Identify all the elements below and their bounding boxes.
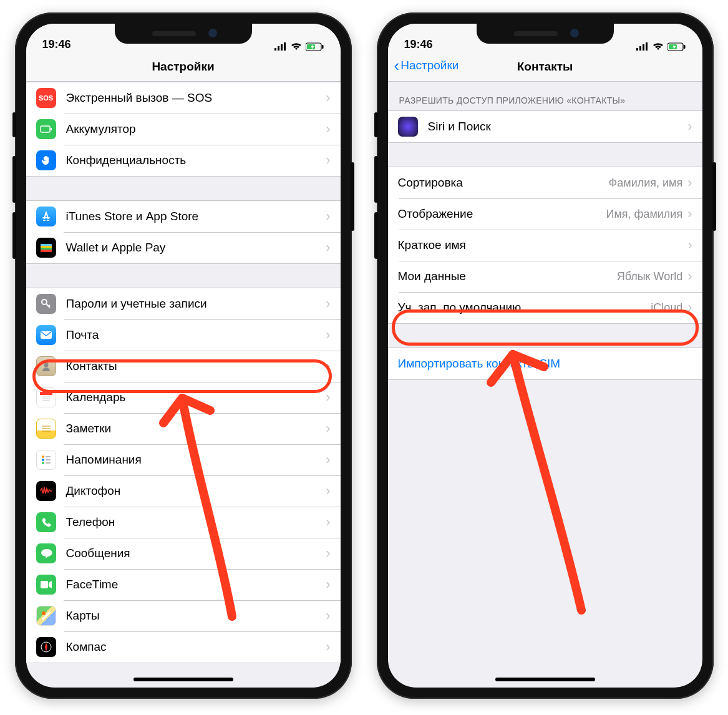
svg-rect-34 xyxy=(639,46,641,51)
chevron-left-icon: ‹ xyxy=(394,59,400,72)
home-indicator[interactable] xyxy=(133,678,233,681)
settings-group: Сортировка Фамилия, имя › Отображение Им… xyxy=(388,167,702,324)
cellular-signal-icon xyxy=(274,42,287,51)
back-button[interactable]: ‹ Настройки xyxy=(394,59,459,72)
row-label: Заметки xyxy=(66,422,326,435)
svg-rect-2 xyxy=(281,44,283,51)
sos-icon: SOS xyxy=(36,88,56,108)
svg-rect-30 xyxy=(41,581,48,588)
settings-row-messages[interactable]: Сообщения › xyxy=(26,538,341,569)
chevron-right-icon: › xyxy=(326,578,330,591)
row-label: Уч. зап. по умолчанию xyxy=(398,301,651,314)
row-label: Отображение xyxy=(398,207,606,221)
chevron-right-icon: › xyxy=(326,453,330,467)
settings-row-contacts[interactable]: Контакты › xyxy=(26,351,341,382)
settings-row-sos[interactable]: SOS Экстренный вызов — SOS › xyxy=(26,82,341,114)
settings-row-passwords[interactable]: Пароли и учетные записи › xyxy=(26,288,341,319)
status-time: 19:46 xyxy=(42,38,71,51)
settings-row-my-info[interactable]: Мои данные Яблык World › xyxy=(388,261,702,292)
settings-row-voicememos[interactable]: Диктофон › xyxy=(26,475,341,507)
settings-row-facetime[interactable]: FaceTime › xyxy=(26,569,341,600)
row-label: Почта xyxy=(66,328,326,342)
settings-row-appstore[interactable]: iTunes Store и App Store › xyxy=(26,201,341,232)
notes-icon xyxy=(36,419,56,439)
cellular-signal-icon xyxy=(636,42,649,51)
messages-icon xyxy=(36,543,56,563)
chevron-right-icon: › xyxy=(326,153,330,167)
settings-row-short-name[interactable]: Краткое имя › xyxy=(388,230,702,261)
calendar-icon xyxy=(36,387,56,407)
settings-row-phone[interactable]: Телефон › xyxy=(26,507,341,538)
chevron-right-icon: › xyxy=(326,359,330,373)
settings-list[interactable]: SOS Экстренный вызов — SOS › Аккумулятор… xyxy=(26,82,341,663)
wifi-icon xyxy=(291,42,302,51)
row-label: Напоминания xyxy=(66,453,326,467)
svg-rect-0 xyxy=(274,48,276,51)
settings-row-compass[interactable]: Компас › xyxy=(26,631,341,663)
siri-icon xyxy=(398,117,418,137)
row-label: Календарь xyxy=(66,391,326,404)
volume-up-button xyxy=(374,156,378,203)
svg-rect-8 xyxy=(51,128,52,130)
notch xyxy=(477,24,614,44)
settings-row-battery[interactable]: Аккумулятор › xyxy=(26,114,341,145)
chevron-right-icon: › xyxy=(326,122,330,136)
settings-row-mail[interactable]: Почта › xyxy=(26,319,341,351)
volume-down-button xyxy=(374,212,378,259)
import-sim-contacts-button[interactable]: Импортировать контакты SIM xyxy=(388,348,702,379)
row-label: Wallet и Apple Pay xyxy=(66,241,326,255)
contacts-settings[interactable]: РАЗРЕШИТЬ ДОСТУП ПРИЛОЖЕНИЮ «КОНТАКТЫ» S… xyxy=(388,82,702,380)
chevron-right-icon: › xyxy=(326,640,330,654)
row-label: Карты xyxy=(66,609,326,623)
svg-point-26 xyxy=(42,462,44,464)
settings-row-maps[interactable]: Карты › xyxy=(26,600,341,631)
power-button xyxy=(351,162,354,231)
settings-row-siri[interactable]: Siri и Поиск › xyxy=(388,111,702,142)
screen-right: 19:46 ‹ Настройки Контакты РАЗРЕШИТ xyxy=(388,24,702,688)
svg-rect-33 xyxy=(636,48,638,51)
row-label: FaceTime xyxy=(66,578,326,591)
nav-bar: Настройки xyxy=(26,54,341,82)
row-label: Компас xyxy=(66,640,326,654)
chevron-right-icon: › xyxy=(687,207,692,221)
settings-row-privacy[interactable]: Конфиденциальность › xyxy=(26,145,341,176)
volume-down-button xyxy=(12,212,16,259)
chevron-right-icon: › xyxy=(687,270,692,283)
chevron-right-icon: › xyxy=(326,484,330,498)
chevron-right-icon: › xyxy=(687,176,692,190)
battery-charging-icon xyxy=(667,42,686,51)
settings-group: Siri и Поиск › xyxy=(388,110,702,143)
settings-row-sort[interactable]: Сортировка Фамилия, имя › xyxy=(388,167,702,198)
row-label: iTunes Store и App Store xyxy=(66,210,326,223)
home-indicator[interactable] xyxy=(495,678,595,681)
settings-row-notes[interactable]: Заметки › xyxy=(26,413,341,444)
section-header: РАЗРЕШИТЬ ДОСТУП ПРИЛОЖЕНИЮ «КОНТАКТЫ» xyxy=(388,82,702,110)
settings-row-calendar[interactable]: Календарь › xyxy=(26,382,341,413)
row-label: Импортировать контакты SIM xyxy=(398,357,692,371)
svg-rect-35 xyxy=(643,44,644,51)
screen-left: 19:46 Настройки SOS Экстренн xyxy=(26,24,341,688)
row-label: Пароли и учетные записи xyxy=(66,297,326,311)
key-icon xyxy=(36,294,56,314)
row-value: Яблык World xyxy=(617,270,683,283)
settings-row-default-account[interactable]: Уч. зап. по умолчанию iCloud › xyxy=(388,292,702,323)
row-label: Сообщения xyxy=(66,547,326,560)
settings-row-wallet[interactable]: Wallet и Apple Pay › xyxy=(26,232,341,263)
maps-icon xyxy=(36,606,56,626)
row-value: iCloud xyxy=(651,301,682,314)
phone-icon xyxy=(36,512,56,532)
settings-row-reminders[interactable]: Напоминания › xyxy=(26,444,341,475)
chevron-right-icon: › xyxy=(326,241,330,255)
wallet-icon xyxy=(36,238,56,258)
row-label: Siri и Поиск xyxy=(428,120,688,134)
voicememos-icon xyxy=(36,481,56,501)
row-label: Конфиденциальность xyxy=(66,153,326,167)
reminders-icon xyxy=(36,450,56,470)
battery-charging-icon xyxy=(306,42,324,51)
chevron-right-icon: › xyxy=(687,301,692,314)
row-label: Аккумулятор xyxy=(66,122,326,136)
svg-point-15 xyxy=(44,363,48,367)
settings-row-display[interactable]: Отображение Имя, фамилия › xyxy=(388,198,702,230)
svg-rect-3 xyxy=(284,42,286,51)
contacts-icon xyxy=(36,356,56,376)
